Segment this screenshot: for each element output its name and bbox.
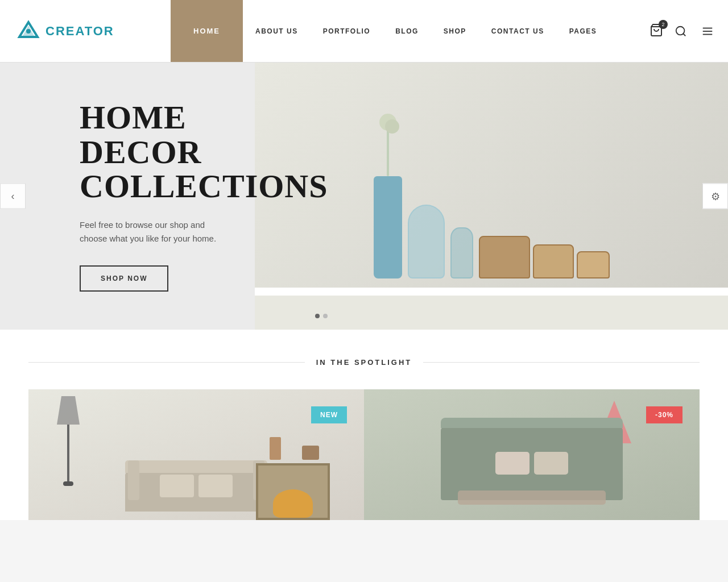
nav-item-shop[interactable]: SHOP: [431, 0, 479, 62]
badge-sale: -30%: [646, 406, 682, 423]
cart-count: 2: [659, 20, 668, 29]
spotlight-line-left: [28, 362, 305, 363]
site-header: CREATOR HOME ABOUT US PORTFOLIO BLOG SHO…: [0, 0, 728, 63]
slider-dots: [315, 314, 328, 318]
search-button[interactable]: [672, 22, 690, 40]
nav-item-contact[interactable]: CONTACT US: [479, 0, 557, 62]
nav-item-pages[interactable]: PAGES: [557, 0, 610, 62]
creator-logo-icon: [17, 20, 40, 43]
hero-content: HOME DECOR COLLECTIONS Feel free to brow…: [0, 101, 296, 292]
slider-prev-button[interactable]: ‹: [0, 184, 26, 209]
baskets-group: [479, 236, 610, 278]
nav-item-home[interactable]: HOME: [171, 0, 243, 62]
spotlight-title: IN THE SPOTLIGHT: [316, 358, 412, 367]
product-card-1[interactable]: NEW: [28, 389, 364, 520]
vase-tall: [374, 176, 402, 278]
header-icons: 2: [638, 0, 728, 62]
products-grid: NEW: [28, 389, 700, 520]
settings-float-button[interactable]: ⚙: [702, 184, 728, 209]
nav-item-portfolio[interactable]: PORTFOLIO: [311, 0, 383, 62]
menu-button[interactable]: [698, 22, 717, 40]
product-card-2[interactable]: -30%: [364, 389, 700, 520]
svg-point-2: [26, 29, 31, 34]
logo-area: CREATOR: [0, 0, 171, 62]
spotlight-section: IN THE SPOTLIGHT NEW: [0, 330, 728, 520]
svg-point-4: [676, 26, 685, 35]
hero-section: ‹ HOME DECOR COLLECTIONS Feel free to br…: [0, 63, 728, 330]
slider-dot-1[interactable]: [315, 314, 320, 318]
badge-new: NEW: [311, 406, 347, 423]
spotlight-line-right: [423, 362, 700, 363]
vase-medium: [408, 205, 445, 278]
nav-item-about[interactable]: ABOUT US: [243, 0, 311, 62]
hero-subtitle: Feel free to browse our shop andchoose w…: [80, 218, 296, 246]
logo-text: CREATOR: [46, 24, 114, 39]
spotlight-header: IN THE SPOTLIGHT: [28, 358, 700, 367]
shop-now-button[interactable]: SHOP NOW: [80, 265, 168, 292]
main-nav: ABOUT US PORTFOLIO BLOG SHOP CONTACT US …: [243, 0, 638, 62]
slider-dot-2[interactable]: [323, 314, 328, 318]
hero-title: HOME DECOR COLLECTIONS: [80, 101, 296, 205]
cart-button[interactable]: 2: [650, 23, 663, 39]
nav-item-blog[interactable]: BLOG: [383, 0, 431, 62]
fireplace: [256, 463, 330, 520]
vase-small: [450, 227, 473, 278]
